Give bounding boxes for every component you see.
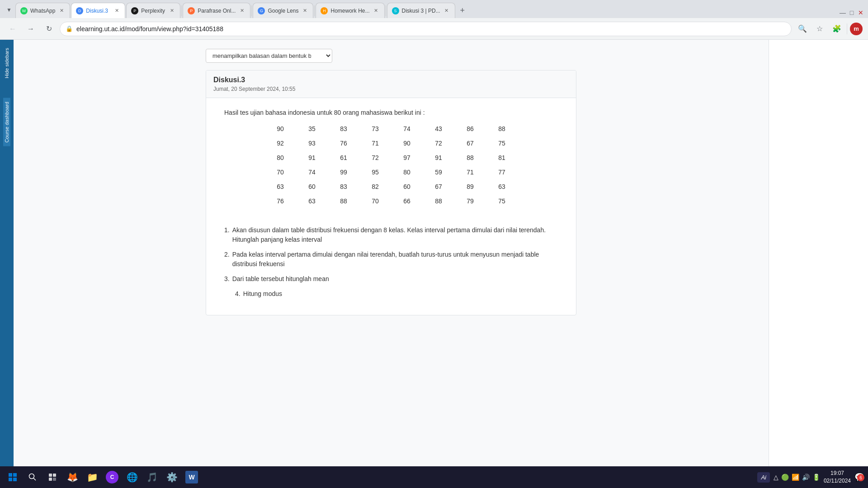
cell-1-5: 74 xyxy=(400,125,414,132)
googlelens-favicon: G xyxy=(258,7,265,14)
wifi-icon[interactable]: 📶 xyxy=(792,474,799,481)
spotify-icon: 🎵 xyxy=(146,472,158,483)
svg-line-5 xyxy=(33,478,36,480)
tab-label-homework: Homework He... xyxy=(330,8,369,14)
tray-icon-1[interactable]: △ xyxy=(774,474,778,481)
svg-rect-7 xyxy=(53,474,56,477)
new-tab-btn[interactable]: + xyxy=(456,4,469,17)
task-view-btn[interactable] xyxy=(43,468,61,486)
tab-parafrase[interactable]: P Parafrase Onl... ✕ xyxy=(183,3,250,18)
svg-rect-3 xyxy=(13,478,17,481)
svg-rect-9 xyxy=(53,478,56,481)
cell-4-6: 59 xyxy=(432,169,445,176)
extensions-btn[interactable]: 🧩 xyxy=(830,22,844,36)
cell-6-8: 75 xyxy=(495,197,509,205)
right-panel xyxy=(769,40,868,488)
search-taskbar-btn[interactable] xyxy=(24,468,42,486)
taskbar-settings[interactable]: ⚙️ xyxy=(163,468,181,486)
post-header: Diskusi.3 Jumat, 20 September 2024, 10:5… xyxy=(206,70,576,98)
tab-close-diskusi3[interactable]: ✕ xyxy=(113,7,120,14)
question-text-2: Pada kelas interval pertama dimulai deng… xyxy=(232,250,558,269)
cell-5-2: 60 xyxy=(305,183,319,190)
battery-icon[interactable]: 🔋 xyxy=(812,474,820,481)
taskbar-firefox[interactable]: 🦊 xyxy=(63,468,81,486)
question-item-2: 2. Pada kelas interval pertama dimulai d… xyxy=(224,250,558,269)
tab-separator-3 xyxy=(314,5,315,16)
diskusi3pd-favicon: S xyxy=(392,7,399,14)
tab-separator-2 xyxy=(251,5,252,16)
post-title: Diskusi.3 xyxy=(213,76,569,84)
tab-diskusi3pd[interactable]: S Diskusi 3 | PD... ✕ xyxy=(387,3,455,18)
tab-bar: ▼ W WhatsApp ✕ D Diskusi.3 ✕ P Perplexit… xyxy=(0,0,868,18)
forward-btn[interactable]: → xyxy=(24,22,38,36)
course-dashboard-btn[interactable]: Course dashboard xyxy=(3,98,10,146)
bookmark-btn[interactable]: ☆ xyxy=(812,22,827,36)
tab-close-diskusi3pd[interactable]: ✕ xyxy=(443,7,450,14)
cell-4-7: 71 xyxy=(463,169,477,176)
tab-whatsapp[interactable]: W WhatsApp ✕ xyxy=(15,3,70,18)
content-area: Hide sidebars Course dashboard menampilk… xyxy=(0,40,868,488)
cell-5-3: 83 xyxy=(337,183,350,190)
taskbar-explorer[interactable]: 📁 xyxy=(83,468,101,486)
word-icon: W xyxy=(185,471,198,483)
question-text-1: Akan disusun dalam table distribusi frek… xyxy=(232,225,558,244)
notification-area[interactable]: 💬 6 xyxy=(854,472,864,482)
volume-icon[interactable]: 🔊 xyxy=(802,474,810,481)
tab-diskusi3[interactable]: D Diskusi.3 ✕ xyxy=(71,3,125,18)
taskbar-word[interactable]: W xyxy=(183,468,201,486)
cell-2-8: 75 xyxy=(495,140,509,147)
firefox-icon: 🦊 xyxy=(67,472,78,483)
hide-sidebars-btn[interactable]: Hide sidebars xyxy=(3,44,10,82)
taskbar-chrome[interactable]: 🌐 xyxy=(123,468,141,486)
cell-2-4: 71 xyxy=(368,140,382,147)
tab-close-parafrase[interactable]: ✕ xyxy=(238,7,245,14)
tab-close-homework[interactable]: ✕ xyxy=(373,7,380,14)
tab-dropdown-btn[interactable]: ▼ xyxy=(4,4,14,16)
taskbar-spotify[interactable]: 🎵 xyxy=(143,468,161,486)
start-btn[interactable] xyxy=(4,468,22,486)
cell-1-4: 73 xyxy=(368,125,382,132)
data-row-6: 76 63 88 70 66 88 79 75 xyxy=(274,197,509,205)
cell-3-1: 80 xyxy=(274,154,287,161)
refresh-btn[interactable]: ↻ xyxy=(42,22,56,36)
tab-close-perplexity[interactable]: ✕ xyxy=(168,7,175,14)
search-btn[interactable]: 🔍 xyxy=(795,22,810,36)
display-select-wrapper: menampilkan balasan dalam bentuk berting… xyxy=(206,49,576,63)
page-content: menampilkan balasan dalam bentuk berting… xyxy=(14,40,769,488)
question-item-1: 1. Akan disusun dalam table distribusi f… xyxy=(224,225,558,244)
window-controls: — □ ✕ xyxy=(839,9,864,16)
cell-3-3: 61 xyxy=(337,154,350,161)
tab-close-googlelens[interactable]: ✕ xyxy=(301,7,308,14)
close-btn[interactable]: ✕ xyxy=(857,9,864,16)
back-btn[interactable]: ← xyxy=(5,22,20,36)
whatsapp-favicon: W xyxy=(20,7,28,14)
cell-1-8: 88 xyxy=(495,125,509,132)
cell-1-7: 86 xyxy=(463,125,477,132)
minimize-btn[interactable]: — xyxy=(839,9,846,16)
ai-btn[interactable]: Ai xyxy=(757,472,770,483)
diskusi3-favicon: D xyxy=(76,7,83,14)
parafrase-favicon: P xyxy=(188,7,195,14)
cell-4-8: 77 xyxy=(495,169,509,176)
profile-avatar[interactable]: m xyxy=(850,23,863,35)
explorer-icon: 📁 xyxy=(87,472,98,483)
tab-homework[interactable]: H Homework He... ✕ xyxy=(316,3,384,18)
address-bar[interactable]: 🔒 xyxy=(60,22,792,36)
tray-icon-2[interactable]: 🟢 xyxy=(781,474,789,481)
lock-icon: 🔒 xyxy=(66,25,73,32)
cell-3-7: 88 xyxy=(463,154,477,161)
maximize-btn[interactable]: □ xyxy=(848,9,855,16)
tab-perplexity[interactable]: P Perplexity ✕ xyxy=(126,3,180,18)
tab-googlelens[interactable]: G Google Lens ✕ xyxy=(253,3,313,18)
tab-close-whatsapp[interactable]: ✕ xyxy=(58,7,65,14)
display-mode-select[interactable]: menampilkan balasan dalam bentuk berting… xyxy=(206,49,332,63)
url-input[interactable] xyxy=(76,25,786,33)
cell-3-6: 91 xyxy=(432,154,445,161)
taskbar-clock[interactable]: 19:07 02/11/2024 xyxy=(824,469,851,485)
tab-label-googlelens: Google Lens xyxy=(268,8,298,14)
taskbar-canva[interactable]: C xyxy=(103,468,121,486)
cell-5-4: 82 xyxy=(368,183,382,190)
ai-label: Ai xyxy=(761,474,766,481)
cell-6-7: 79 xyxy=(463,197,477,205)
canva-icon: C xyxy=(106,471,118,483)
